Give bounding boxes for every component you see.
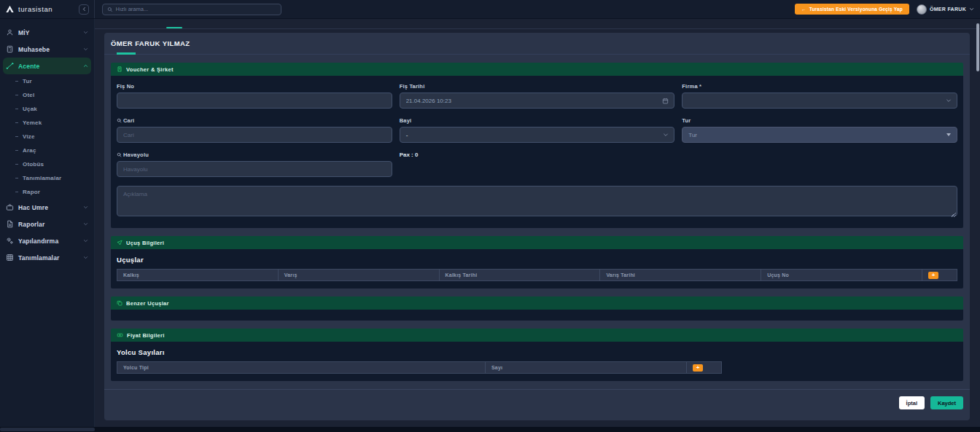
col-sayi: Sayı	[486, 362, 687, 374]
document-icon	[6, 220, 14, 228]
flights-subtitle: Uçuşlar	[117, 256, 957, 264]
calendar-icon[interactable]	[662, 98, 669, 104]
briefcase-icon	[6, 203, 14, 211]
col-yolcu-tipi: Yolcu Tipi	[117, 362, 486, 374]
chevron-down-icon	[83, 238, 88, 243]
bullet-dash	[15, 81, 18, 82]
sidebar-subitem-tanimlamalar[interactable]: Tanımlamalar	[0, 171, 94, 185]
person-icon	[6, 28, 14, 36]
fis-no-input[interactable]	[123, 98, 386, 104]
havayolu-input[interactable]	[123, 166, 386, 173]
sidebar-subitem-rapor[interactable]: Rapor	[0, 185, 94, 199]
banknote-icon	[117, 332, 123, 338]
cancel-button[interactable]: İptal	[899, 396, 925, 409]
col-ucus-no: Uçuş No	[761, 270, 922, 281]
add-flight-button[interactable]: +	[928, 272, 938, 279]
bayi-select[interactable]: -	[400, 127, 675, 143]
add-passenger-type-button[interactable]: +	[693, 364, 703, 372]
bullet-dash	[15, 95, 18, 95]
active-tab-indicator	[166, 27, 182, 28]
chevron-down-icon	[83, 221, 88, 227]
calculator-icon	[6, 45, 14, 53]
horizontal-scrollbar-track	[0, 427, 980, 432]
field-tur: Tur Tur	[682, 117, 957, 143]
card-footer: İptal Kaydet	[104, 389, 970, 409]
arrow-left-icon: ←	[801, 7, 806, 12]
logo-zone: turasistan	[0, 0, 95, 18]
cari-input[interactable]	[123, 132, 386, 138]
search-input[interactable]	[116, 6, 276, 12]
field-havayolu: Havayolu	[117, 152, 392, 177]
plane-icon	[117, 240, 122, 246]
user-menu[interactable]: ÖMER FARUK	[917, 4, 974, 15]
sidebar-item-yapilandirma[interactable]: Yapılandırma	[0, 232, 94, 249]
section-header-voucher: Voucher & Şirket	[111, 63, 963, 76]
pricing-subtitle: Yolcu Sayıları	[117, 348, 957, 356]
route-icon	[6, 62, 14, 70]
bullet-dash	[15, 136, 18, 137]
grid-icon	[6, 254, 14, 262]
gear-icon	[6, 237, 14, 245]
title-underline	[117, 52, 136, 55]
tab-strip[interactable]	[95, 19, 980, 29]
similar-flights-empty	[111, 310, 963, 321]
sidebar-item-muhasebe[interactable]: Muhasebe	[0, 41, 94, 58]
passenger-table: Yolcu Tipi Sayı +	[117, 361, 722, 374]
voucher-card: ÖMER FARUK YILMAZ Voucher & Şirket Fiş N…	[104, 33, 970, 420]
legacy-version-button[interactable]: ← Turasistan Eski Versiyonuna Geçiş Yap	[795, 4, 909, 15]
sidebar-item-tanimlamalar[interactable]: Tanımlamalar	[0, 249, 94, 266]
brand-logo-icon	[5, 4, 15, 14]
firma-select[interactable]	[682, 93, 957, 109]
flights-table: Kalkış Varış Kalkış Tarihi Varış Tarihi …	[117, 269, 957, 281]
page-title: ÖMER FARUK YILMAZ	[111, 39, 190, 47]
pax-count: Pax : 0	[400, 152, 675, 177]
field-firma: Firma *	[682, 83, 957, 109]
bullet-dash	[15, 150, 18, 151]
receipt-icon	[117, 66, 122, 72]
section-benzer-ucuslar: Benzer Uçuşlar	[111, 296, 963, 321]
col-varis: Varış	[278, 270, 439, 281]
horizontal-scrollbar[interactable]	[0, 428, 95, 431]
sidebar-item-hac-umre[interactable]: Hac Umre	[0, 199, 94, 216]
sidebar-item-raporlar[interactable]: Raporlar	[0, 216, 94, 232]
sidebar-item-acente[interactable]: Acente	[3, 58, 91, 74]
field-aciklama	[117, 186, 957, 219]
field-fis-tarihi: Fiş Tarihi	[400, 83, 675, 109]
search-icon	[117, 118, 122, 123]
col-kalkis-tarihi: Kalkış Tarihi	[439, 270, 600, 281]
section-voucher-sirket: Voucher & Şirket Fiş No Fiş Tarihi	[111, 63, 963, 228]
sidebar: MİY Muhasebe Acente Tur Otel Uçak	[0, 19, 95, 427]
col-varis-tarihi: Varış Tarihi	[600, 270, 761, 281]
bullet-dash	[15, 122, 18, 123]
search-icon	[107, 7, 113, 12]
sidebar-subitem-yemek[interactable]: Yemek	[0, 116, 94, 130]
copy-icon	[117, 300, 122, 306]
sidebar-subitem-otel[interactable]: Otel	[0, 88, 94, 102]
section-header-pricing: Fiyat Bilgileri	[111, 329, 963, 342]
fis-tarihi-input[interactable]	[406, 98, 669, 104]
chevron-down-icon	[83, 47, 88, 52]
chevron-left-icon	[82, 7, 87, 12]
global-search[interactable]	[102, 4, 281, 15]
aciklama-textarea[interactable]	[117, 186, 957, 216]
section-header-flights: Uçuş Bilgileri	[111, 236, 963, 249]
chevron-down-icon	[83, 30, 88, 35]
chevron-down-icon	[83, 255, 88, 260]
table-header-row: Kalkış Varış Kalkış Tarihi Varış Tarihi …	[117, 270, 957, 281]
sidebar-subitem-vize[interactable]: Vize	[0, 130, 94, 144]
section-header-similar-flights: Benzer Uçuşlar	[111, 296, 963, 310]
col-kalkis: Kalkış	[117, 270, 279, 281]
chevron-down-icon	[663, 132, 669, 138]
save-button[interactable]: Kaydet	[930, 396, 963, 409]
vertical-scrollbar[interactable]	[976, 23, 979, 71]
sidebar-subitem-arac[interactable]: Araç	[0, 144, 94, 157]
sidebar-subitem-ucak[interactable]: Uçak	[0, 102, 94, 116]
sidebar-collapse-button[interactable]	[79, 4, 89, 15]
bullet-dash	[15, 164, 18, 165]
sidebar-subitem-tur[interactable]: Tur	[0, 74, 94, 88]
chevron-down-icon	[946, 98, 952, 103]
field-bayi: Bayi -	[400, 117, 675, 143]
tur-select[interactable]: Tur	[682, 127, 957, 143]
sidebar-subitem-otobus[interactable]: Otobüs	[0, 157, 94, 171]
sidebar-item-miy[interactable]: MİY	[0, 24, 94, 41]
